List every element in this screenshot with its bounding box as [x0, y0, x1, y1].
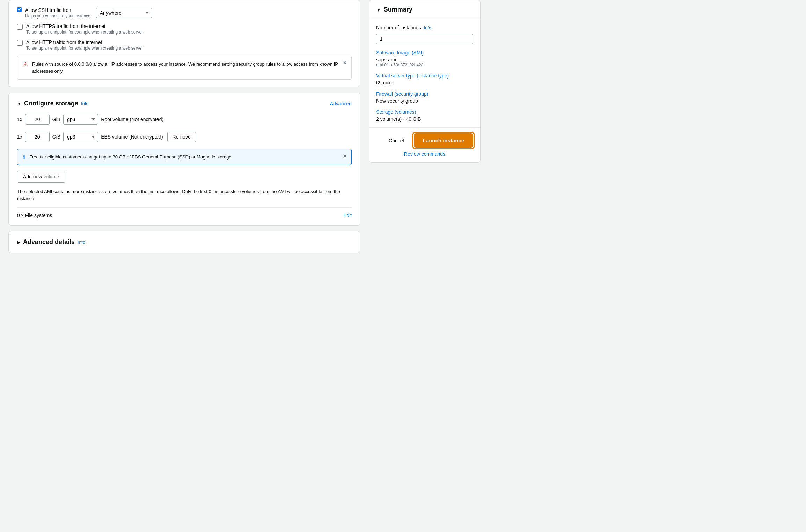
ami-id: ami-011c53d372c92b428: [376, 62, 473, 67]
summary-toggle-icon[interactable]: ▼: [376, 7, 381, 13]
ami-field: Software Image (AMI) sops-ami ami-011c53…: [376, 50, 473, 67]
volume-1-unit: GiB: [52, 117, 60, 122]
advanced-details-info-link[interactable]: Info: [78, 239, 85, 245]
warning-close-button[interactable]: ✕: [343, 59, 347, 66]
remove-volume-2-button[interactable]: Remove: [167, 132, 196, 142]
volume-2-unit: GiB: [52, 134, 60, 140]
file-systems-edit-link[interactable]: Edit: [343, 213, 352, 218]
volume-2-count: 1x: [17, 134, 22, 140]
firewall-value: New security group: [376, 98, 473, 104]
https-label[interactable]: Allow HTTPS traffic from the internet: [26, 23, 105, 29]
info-circle-icon: ℹ: [23, 154, 25, 161]
ssh-checkbox[interactable]: [17, 7, 22, 12]
ami-name: sops-ami: [376, 57, 473, 62]
ami-label[interactable]: Software Image (AMI): [376, 50, 473, 56]
summary-card: ▼ Summary Number of instances Info Softw…: [369, 0, 481, 163]
ssh-row: Allow SSH traffic from Helps you connect…: [17, 7, 352, 19]
volume-row-1: 1x GiB gp3 gp2 io1 io2 sc1 st1 standard …: [17, 114, 352, 125]
free-tier-alert: ℹ Free tier eligible customers can get u…: [17, 149, 352, 165]
instances-label: Number of instances: [376, 25, 421, 30]
storage-info-link[interactable]: Info: [81, 101, 89, 106]
instances-field: Number of instances Info: [376, 25, 473, 44]
launch-instance-button[interactable]: Launch instance: [414, 133, 473, 148]
volume-2-desc: EBS volume (Not encrypted): [101, 134, 163, 140]
storage-value: 2 volume(s) - 40 GiB: [376, 116, 473, 122]
instances-info-link[interactable]: Info: [424, 25, 431, 30]
http-sublabel: To set up an endpoint, for example when …: [26, 46, 143, 51]
advanced-details-title: Advanced details: [23, 238, 75, 246]
storage-advanced-link[interactable]: Advanced: [330, 101, 352, 106]
firewall-label[interactable]: Firewall (security group): [376, 91, 473, 97]
ssh-dropdown-container: Anywhere Custom My IP: [96, 8, 152, 18]
instances-input[interactable]: [376, 34, 473, 44]
ssh-label[interactable]: Allow SSH traffic from: [25, 7, 90, 13]
cancel-button[interactable]: Cancel: [383, 135, 410, 146]
ssh-source-dropdown[interactable]: Anywhere Custom My IP: [96, 8, 152, 18]
volume-2-type-select[interactable]: gp3 gp2 io1: [63, 132, 98, 142]
volume-row-2: 1x GiB gp3 gp2 io1 EBS volume (Not encry…: [17, 132, 352, 142]
file-systems-row: 0 x File systems Edit: [17, 207, 352, 218]
firewall-section: Allow SSH traffic from Helps you connect…: [8, 0, 360, 87]
instances-label-row: Number of instances Info: [376, 25, 473, 30]
storage-toggle-icon[interactable]: ▼: [17, 101, 21, 106]
https-row: Allow HTTPS traffic from the internet To…: [17, 23, 352, 35]
storage-field: Storage (volumes) 2 volume(s) - 40 GiB: [376, 109, 473, 122]
warning-text: Rules with source of 0.0.0.0/0 allow all…: [32, 61, 346, 74]
summary-sidebar: ▼ Summary Number of instances Info Softw…: [369, 0, 481, 253]
storage-section-header: ▼ Configure storage Info Advanced: [17, 100, 352, 107]
summary-title: Summary: [384, 6, 412, 13]
volume-1-desc: Root volume (Not encrypted): [101, 117, 163, 122]
storage-label[interactable]: Storage (volumes): [376, 109, 473, 115]
https-sublabel: To set up an endpoint, for example when …: [26, 30, 143, 35]
add-new-volume-button[interactable]: Add new volume: [17, 171, 65, 183]
firewall-field: Firewall (security group) New security g…: [376, 91, 473, 104]
free-tier-close-button[interactable]: ✕: [343, 153, 347, 160]
advanced-details-section: ▶ Advanced details Info: [8, 231, 360, 253]
instance-type-field: Virtual server type (instance type) t2.m…: [376, 73, 473, 86]
ip-warning-alert: ⚠ Rules with source of 0.0.0.0/0 allow a…: [17, 56, 352, 80]
summary-body: Number of instances Info Software Image …: [369, 19, 480, 127]
advanced-toggle-icon[interactable]: ▶: [17, 240, 20, 245]
http-label[interactable]: Allow HTTP traffic from the internet: [26, 39, 102, 45]
ssh-sublabel: Helps you connect to your instance: [25, 14, 90, 19]
volume-1-type-select[interactable]: gp3 gp2 io1 io2 sc1 st1 standard: [63, 114, 98, 125]
ami-note: The selected AMI contains more instance …: [17, 188, 352, 202]
free-tier-text: Free tier eligible customers can get up …: [29, 154, 232, 161]
storage-section-title: Configure storage: [24, 100, 78, 107]
summary-footer: Cancel Launch instance Review commands: [369, 127, 480, 162]
http-row: Allow HTTP traffic from the internet To …: [17, 39, 352, 51]
review-commands-link[interactable]: Review commands: [404, 151, 445, 157]
https-checkbox[interactable]: [17, 24, 23, 30]
warning-icon: ⚠: [23, 61, 28, 68]
configure-storage-section: ▼ Configure storage Info Advanced 1x GiB…: [8, 93, 360, 226]
http-checkbox[interactable]: [17, 40, 23, 46]
volume-2-size-input[interactable]: [25, 132, 50, 142]
summary-header: ▼ Summary: [369, 0, 480, 19]
file-systems-label: 0 x File systems: [17, 213, 52, 218]
footer-buttons: Cancel Launch instance: [376, 133, 473, 148]
volume-1-count: 1x: [17, 117, 22, 122]
instance-type-value: t2.micro: [376, 80, 473, 86]
volume-1-size-input[interactable]: [25, 114, 50, 125]
instance-type-label[interactable]: Virtual server type (instance type): [376, 73, 473, 79]
advanced-details-header: ▶ Advanced details Info: [17, 238, 352, 246]
